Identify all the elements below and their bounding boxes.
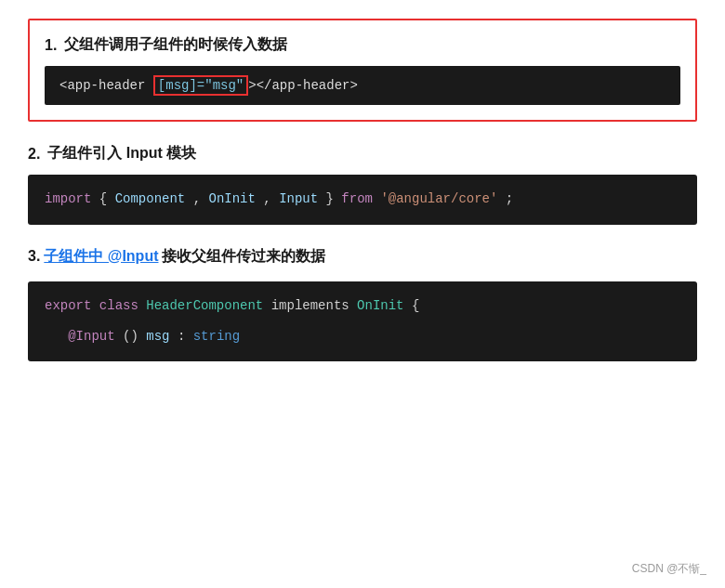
- watermark: CSDN @不惭_: [632, 561, 706, 577]
- code-block-3: export class HeaderComponent implements …: [28, 281, 697, 361]
- class-keyword: class: [99, 298, 138, 313]
- from-keyword: from: [341, 191, 373, 206]
- section-1-text: 父组件调用子组件的时候传入数据: [64, 35, 287, 55]
- import-comma2: ,: [263, 191, 270, 206]
- section-2-container: 2. 子组件引入 Input 模块 import { Component , O…: [28, 144, 697, 224]
- import-oninit: OnInit: [208, 191, 255, 206]
- string-type: string: [193, 329, 240, 344]
- space3: implements: [271, 298, 357, 313]
- section-3-container: 3. 子组件中 @Input 接收父组件传过来的数据 export class …: [28, 247, 697, 361]
- section-1-title: 1. 父组件调用子组件的时候传入数据: [45, 35, 680, 55]
- import-brace-close: }: [326, 191, 342, 206]
- code-line-2: @Input () msg : string: [45, 325, 680, 348]
- section-3-link[interactable]: 子组件中 @Input: [44, 247, 158, 267]
- import-keyword: import: [45, 191, 91, 206]
- import-comma1: ,: [193, 191, 209, 206]
- code-block-2: import { Component , OnInit , Input } fr…: [28, 175, 697, 224]
- brace-open: {: [412, 298, 419, 313]
- import-component: Component: [115, 191, 186, 206]
- section-1-number: 1.: [45, 37, 57, 54]
- msg-var: msg: [146, 329, 169, 344]
- code-attr-highlight: [msg]="msg": [153, 75, 248, 96]
- section-3-title: 3. 子组件中 @Input 接收父组件传过来的数据: [28, 247, 697, 267]
- section-2-text: 子组件引入 Input 模块: [47, 144, 196, 163]
- section-3-number: 3.: [28, 248, 40, 265]
- export-keyword: export: [45, 298, 91, 313]
- import-path: '@angular/core': [380, 191, 497, 206]
- indent: [45, 329, 60, 344]
- colon: :: [178, 329, 185, 344]
- code-line-1: export class HeaderComponent implements …: [45, 294, 680, 318]
- import-input: Input: [279, 191, 318, 206]
- import-brace-open: {: [99, 191, 115, 206]
- blank-line: [45, 318, 680, 325]
- code-tag-open: <app-header: [59, 78, 153, 93]
- section-1-container: 1. 父组件调用子组件的时候传入数据 <app-header [msg]="ms…: [28, 19, 697, 122]
- parens: (): [123, 329, 146, 344]
- section-2-title: 2. 子组件引入 Input 模块: [28, 144, 697, 163]
- at-input: @Input: [68, 329, 114, 344]
- import-semicolon: ;: [506, 191, 513, 206]
- class-name: HeaderComponent: [146, 298, 263, 313]
- code-block-1: <app-header [msg]="msg"></app-header>: [45, 66, 680, 105]
- section-2-number: 2.: [28, 146, 40, 163]
- oninit-name: OnInit: [357, 298, 403, 313]
- section-3-rest: 接收父组件传过来的数据: [162, 247, 325, 267]
- code-tag-close: ></app-header>: [248, 78, 358, 93]
